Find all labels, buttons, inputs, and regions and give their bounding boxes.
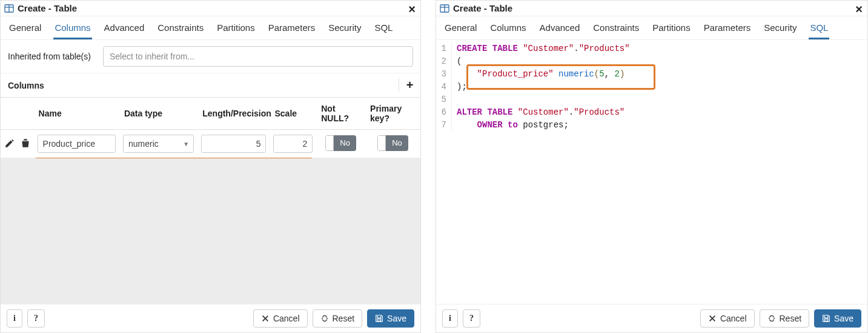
tab-security[interactable]: Security xyxy=(763,20,798,39)
table-icon xyxy=(4,4,14,13)
inherit-row: Inherited from table(s) Select to inheri… xyxy=(1,40,420,73)
column-length-input[interactable] xyxy=(201,135,266,153)
recycle-icon xyxy=(767,314,776,323)
columns-section-label: Columns xyxy=(8,81,44,90)
code-line: 6ALTER TABLE "Customer"."Products" xyxy=(436,106,867,119)
toggle-label: No xyxy=(334,135,356,151)
sql-body: 1CREATE TABLE "Customer"."Products"2(3 "… xyxy=(436,40,867,304)
reset-label: Reset xyxy=(780,314,802,323)
cancel-button[interactable]: Cancel xyxy=(700,309,755,328)
code-line: 4); xyxy=(436,81,867,93)
col-datatype-header: Data type xyxy=(119,98,197,130)
code-text: ); xyxy=(457,81,467,93)
close-icon xyxy=(708,314,717,323)
save-button[interactable]: Save xyxy=(367,309,414,328)
tab-parameters[interactable]: Parameters xyxy=(703,20,752,39)
table-row: ▼ No No xyxy=(1,130,420,158)
tab-advanced[interactable]: Advanced xyxy=(538,20,581,39)
close-icon[interactable]: × xyxy=(855,3,863,15)
tab-general[interactable]: General xyxy=(443,20,478,39)
col-notnull-header: Not NULL? xyxy=(316,98,365,130)
info-button[interactable]: i xyxy=(442,309,458,328)
toggle-label: No xyxy=(386,135,408,151)
dialog-footer: i ? Cancel Reset Save xyxy=(1,304,420,332)
tab-partitions[interactable]: Partitions xyxy=(651,20,692,39)
table-icon xyxy=(440,4,449,13)
reset-label: Reset xyxy=(333,314,355,323)
close-icon xyxy=(261,314,270,323)
save-icon xyxy=(822,314,830,323)
tab-constraints[interactable]: Constraints xyxy=(156,20,205,39)
column-datatype-select[interactable] xyxy=(123,135,194,153)
col-length-header: Length/Precision xyxy=(197,98,270,130)
window-title: Create - Table xyxy=(18,3,77,13)
edit-row-icon[interactable] xyxy=(4,138,15,149)
col-scale-header: Scale xyxy=(270,98,316,130)
columns-header: Columns + xyxy=(1,73,420,98)
highlight-box xyxy=(35,158,313,158)
titlebar: Create - Table × xyxy=(1,1,420,16)
inherit-select[interactable]: Select to inherit from... xyxy=(103,46,413,67)
inherit-label: Inherited from table(s) xyxy=(8,52,91,61)
empty-area xyxy=(1,158,420,304)
recycle-icon xyxy=(320,314,329,323)
column-name-input[interactable] xyxy=(38,135,116,153)
line-number: 1 xyxy=(436,42,452,55)
sql-code[interactable]: 1CREATE TABLE "Customer"."Products"2(3 "… xyxy=(436,40,867,134)
add-column-button[interactable]: + xyxy=(399,78,420,92)
code-line: 3 "Product_price" numeric(5, 2) xyxy=(436,68,867,81)
tab-general[interactable]: General xyxy=(8,20,42,39)
save-label: Save xyxy=(834,314,853,323)
code-text: ( xyxy=(457,55,462,68)
help-button[interactable]: ? xyxy=(463,309,480,328)
save-button[interactable]: Save xyxy=(814,309,861,328)
columns-table-wrap: Name Data type Length/Precision Scale No… xyxy=(1,98,420,158)
window-title: Create - Table xyxy=(453,3,512,13)
line-number: 6 xyxy=(436,106,452,119)
tabs: General Columns Advanced Constraints Par… xyxy=(436,16,867,40)
code-line: 5 xyxy=(436,93,867,106)
columns-table: Name Data type Length/Precision Scale No… xyxy=(1,98,420,158)
help-button[interactable]: ? xyxy=(27,309,45,328)
col-name-header: Name xyxy=(34,98,119,130)
close-icon[interactable]: × xyxy=(408,3,416,15)
line-number: 2 xyxy=(436,55,452,68)
columns-header-row: Name Data type Length/Precision Scale No… xyxy=(1,98,420,130)
tab-columns[interactable]: Columns xyxy=(53,20,91,39)
reset-button[interactable]: Reset xyxy=(313,309,363,328)
tab-partitions[interactable]: Partitions xyxy=(216,20,256,39)
col-pkey-header: Primary key? xyxy=(365,98,420,130)
cancel-button[interactable]: Cancel xyxy=(253,309,308,328)
delete-row-icon[interactable] xyxy=(20,138,31,149)
save-icon xyxy=(375,314,383,323)
tab-sql[interactable]: SQL xyxy=(373,20,394,39)
cancel-label: Cancel xyxy=(273,314,300,323)
tab-columns[interactable]: Columns xyxy=(489,20,527,39)
save-label: Save xyxy=(387,314,406,323)
tab-constraints[interactable]: Constraints xyxy=(592,20,640,39)
column-pkey-toggle[interactable]: No xyxy=(377,135,408,151)
code-line: 2( xyxy=(436,55,867,68)
code-text: "Product_price" numeric(5, 2) xyxy=(457,68,624,81)
tab-advanced[interactable]: Advanced xyxy=(103,20,146,39)
line-number: 5 xyxy=(436,93,452,106)
tab-sql[interactable]: SQL xyxy=(809,20,829,39)
code-text: OWNER to postgres; xyxy=(457,119,569,132)
reset-button[interactable]: Reset xyxy=(760,309,810,328)
code-line: 1CREATE TABLE "Customer"."Products" xyxy=(436,42,867,55)
dialog-create-table-sql: Create - Table × General Columns Advance… xyxy=(436,0,868,333)
dialog-footer: i ? Cancel Reset Save xyxy=(436,304,867,332)
column-notnull-toggle[interactable]: No xyxy=(325,135,356,151)
column-scale-input[interactable] xyxy=(273,135,313,153)
line-number: 3 xyxy=(436,68,452,81)
line-number: 7 xyxy=(436,119,452,132)
line-number: 4 xyxy=(436,81,452,93)
titlebar: Create - Table × xyxy=(436,1,867,16)
cancel-label: Cancel xyxy=(720,314,747,323)
code-text: ALTER TABLE "Customer"."Products" xyxy=(457,106,624,119)
tab-parameters[interactable]: Parameters xyxy=(267,20,317,39)
info-button[interactable]: i xyxy=(7,309,22,328)
tab-security[interactable]: Security xyxy=(327,20,362,39)
tabs: General Columns Advanced Constraints Par… xyxy=(1,16,420,40)
code-text: CREATE TABLE "Customer"."Products" xyxy=(457,42,630,55)
